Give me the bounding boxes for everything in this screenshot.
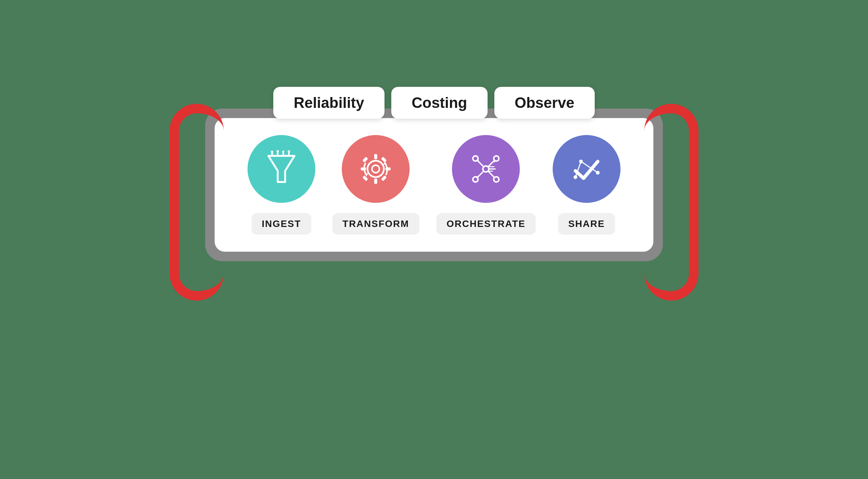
svg-marker-19	[383, 161, 387, 165]
orchestrate-label: ORCHESTRATE	[436, 213, 536, 235]
transform-circle	[342, 135, 410, 203]
svg-rect-11	[374, 154, 377, 159]
svg-point-25	[494, 177, 499, 182]
svg-marker-0	[269, 156, 295, 182]
gray-outer-box: INGEST	[205, 109, 663, 261]
white-inner-panel: INGEST	[215, 118, 653, 252]
svg-rect-15	[362, 157, 368, 162]
pipeline-step-orchestrate: ORCHESTRATE	[436, 135, 536, 235]
ingest-label: INGEST	[252, 213, 311, 235]
svg-point-2	[271, 151, 273, 153]
transform-label: TRANSFORM	[332, 213, 419, 235]
tab-observe[interactable]: Observe	[494, 87, 595, 119]
tab-reliability[interactable]: Reliability	[273, 87, 384, 119]
red-arc-right	[644, 104, 698, 301]
svg-point-9	[368, 161, 384, 177]
transform-icon	[357, 150, 394, 188]
ingest-circle	[248, 135, 315, 203]
orchestrate-circle	[452, 135, 520, 203]
share-circle	[553, 135, 620, 203]
svg-point-6	[282, 151, 284, 153]
pipeline-step-ingest: INGEST	[248, 135, 315, 235]
diagram-container: Reliability Costing Observe	[197, 87, 671, 392]
svg-line-27	[488, 161, 494, 167]
tab-costing[interactable]: Costing	[391, 87, 488, 119]
top-tabs: Reliability Costing Observe	[273, 87, 595, 119]
svg-rect-18	[381, 157, 387, 162]
svg-rect-13	[361, 168, 366, 171]
svg-line-29	[488, 171, 494, 177]
share-icon	[568, 150, 605, 188]
svg-rect-12	[374, 179, 377, 184]
pipeline-step-transform: TRANSFORM	[332, 135, 419, 235]
red-arc-left	[170, 104, 224, 301]
svg-point-8	[288, 150, 290, 153]
svg-marker-20	[364, 173, 368, 176]
svg-point-21	[483, 166, 489, 172]
svg-rect-14	[386, 168, 391, 171]
ingest-icon	[263, 150, 300, 188]
svg-point-10	[372, 165, 379, 173]
svg-rect-16	[381, 175, 387, 181]
svg-point-23	[494, 156, 499, 161]
orchestrate-icon	[467, 150, 505, 188]
share-label: SHARE	[558, 213, 615, 235]
svg-point-4	[277, 150, 279, 152]
pipeline-step-share: SHARE	[553, 135, 620, 235]
svg-rect-17	[362, 175, 368, 181]
